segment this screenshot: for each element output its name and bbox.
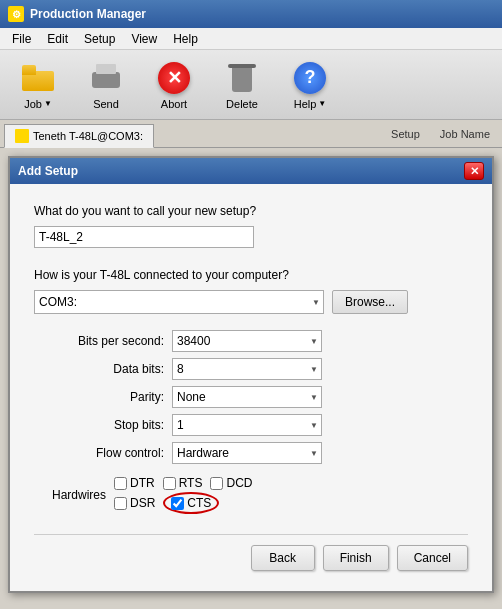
menu-bar: File Edit Setup View Help: [0, 28, 502, 50]
window-title: Production Manager: [30, 7, 146, 21]
help-icon: ?: [294, 62, 326, 94]
hardwires-row: Hardwires DTR RTS DCD: [34, 476, 468, 514]
checkbox-row-1: DTR RTS DCD: [114, 476, 252, 490]
col-setup: Setup: [391, 128, 420, 140]
connection-row: COM1: COM2: COM3: COM4: Browse...: [34, 290, 468, 314]
dialog-title: Add Setup: [18, 164, 78, 178]
data-bits-label: Data bits:: [34, 362, 164, 376]
stop-bits-select[interactable]: 1 1.5 2: [172, 414, 322, 436]
setup-name-input[interactable]: [34, 226, 254, 248]
menu-edit[interactable]: Edit: [39, 30, 76, 48]
folder-icon: [22, 65, 54, 91]
bits-per-second-select-wrapper: 9600 19200 38400 57600 115200: [172, 330, 322, 352]
tab-bar: Teneth T-48L@COM3: Setup Job Name: [0, 120, 502, 148]
cts-checkbox[interactable]: [171, 497, 184, 510]
cts-label: CTS: [187, 496, 211, 510]
dtr-checkbox-item[interactable]: DTR: [114, 476, 155, 490]
rts-checkbox-item[interactable]: RTS: [163, 476, 203, 490]
hardwires-label: Hardwires: [34, 488, 106, 502]
dtr-checkbox[interactable]: [114, 477, 127, 490]
checkbox-row-2: DSR CTS: [114, 492, 252, 514]
port-select[interactable]: COM1: COM2: COM3: COM4:: [34, 290, 324, 314]
abort-button[interactable]: ✕ Abort: [144, 55, 204, 115]
abort-icon: ✕: [158, 62, 190, 94]
browse-button[interactable]: Browse...: [332, 290, 408, 314]
rts-checkbox[interactable]: [163, 477, 176, 490]
help-button[interactable]: ? Help ▼: [280, 55, 340, 115]
add-setup-dialog: Add Setup ✕ What do you want to call you…: [8, 156, 494, 593]
flow-control-select[interactable]: None Hardware Software: [172, 442, 322, 464]
parity-select-wrapper: None Even Odd Mark Space: [172, 386, 322, 408]
dsr-checkbox-item[interactable]: DSR: [114, 496, 155, 510]
dcd-checkbox[interactable]: [210, 477, 223, 490]
delete-icon: [228, 62, 256, 94]
dialog-close-button[interactable]: ✕: [464, 162, 484, 180]
dtr-label: DTR: [130, 476, 155, 490]
printer-icon: [90, 64, 122, 92]
delete-button[interactable]: Delete: [212, 55, 272, 115]
send-button-label: Send: [93, 98, 119, 110]
parity-select[interactable]: None Even Odd Mark Space: [172, 386, 322, 408]
job-arrow-icon: ▼: [44, 99, 52, 108]
menu-setup[interactable]: Setup: [76, 30, 123, 48]
dsr-label: DSR: [130, 496, 155, 510]
menu-help[interactable]: Help: [165, 30, 206, 48]
title-bar: ⚙ Production Manager: [0, 0, 502, 28]
data-bits-select-wrapper: 5 6 7 8: [172, 358, 322, 380]
port-select-wrapper: COM1: COM2: COM3: COM4:: [34, 290, 324, 314]
tab-columns: Setup Job Name: [391, 128, 498, 140]
dialog-content: What do you want to call your new setup?…: [10, 184, 492, 591]
serial-settings: Bits per second: 9600 19200 38400 57600 …: [34, 330, 468, 464]
app-icon: ⚙: [8, 6, 24, 22]
help-button-label: Help: [294, 98, 317, 110]
checkbox-group: DTR RTS DCD D: [114, 476, 252, 514]
menu-view[interactable]: View: [123, 30, 165, 48]
bits-per-second-label: Bits per second:: [34, 334, 164, 348]
dcd-checkbox-item[interactable]: DCD: [210, 476, 252, 490]
delete-button-label: Delete: [226, 98, 258, 110]
flow-control-label: Flow control:: [34, 446, 164, 460]
help-arrow-icon: ▼: [318, 99, 326, 108]
finish-button[interactable]: Finish: [323, 545, 389, 571]
connection-question: How is your T-48L connected to your comp…: [34, 268, 468, 282]
send-button[interactable]: Send: [76, 55, 136, 115]
stop-bits-label: Stop bits:: [34, 418, 164, 432]
setup-name-question: What do you want to call your new setup?: [34, 204, 468, 218]
dialog-buttons: Back Finish Cancel: [34, 534, 468, 571]
job-button[interactable]: Job ▼: [8, 55, 68, 115]
rts-label: RTS: [179, 476, 203, 490]
col-job-name: Job Name: [440, 128, 490, 140]
cts-checkbox-item[interactable]: CTS: [163, 492, 219, 514]
back-button[interactable]: Back: [251, 545, 315, 571]
main-area: Add Setup ✕ What do you want to call you…: [0, 148, 502, 609]
toolbar: Job ▼ Send ✕ Abort Delete ? Help ▼: [0, 50, 502, 120]
bits-per-second-select[interactable]: 9600 19200 38400 57600 115200: [172, 330, 322, 352]
cancel-button[interactable]: Cancel: [397, 545, 468, 571]
tab-icon: [15, 129, 29, 143]
stop-bits-select-wrapper: 1 1.5 2: [172, 414, 322, 436]
menu-file[interactable]: File: [4, 30, 39, 48]
dialog-title-bar: Add Setup ✕: [10, 158, 492, 184]
flow-control-select-wrapper: None Hardware Software: [172, 442, 322, 464]
tab-label: Teneth T-48L@COM3:: [33, 130, 143, 142]
dsr-checkbox[interactable]: [114, 497, 127, 510]
job-button-label: Job: [24, 98, 42, 110]
tab-teneth[interactable]: Teneth T-48L@COM3:: [4, 124, 154, 148]
data-bits-select[interactable]: 5 6 7 8: [172, 358, 322, 380]
dcd-label: DCD: [226, 476, 252, 490]
parity-label: Parity:: [34, 390, 164, 404]
abort-button-label: Abort: [161, 98, 187, 110]
